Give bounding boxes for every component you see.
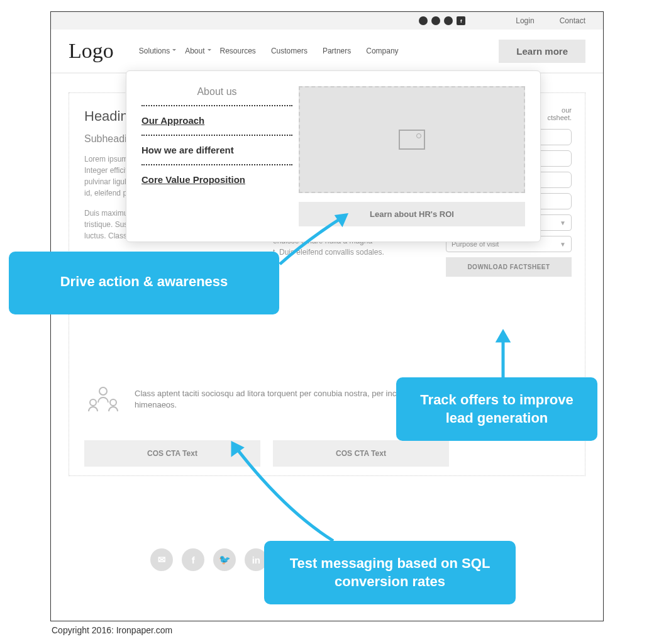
image-icon [399,130,425,150]
svg-marker-4 [498,332,508,341]
megamenu-link-different[interactable]: How we are different [141,135,292,164]
social-icon[interactable] [431,16,440,25]
callout-test-messaging: Test messaging based on SQL conversion r… [264,541,516,604]
chevron-down-icon: ▼ [560,241,566,248]
svg-marker-3 [337,215,346,224]
email-icon[interactable]: ✉ [150,548,173,571]
login-link[interactable]: Login [516,16,534,25]
twitter-icon[interactable]: 🐦 [213,548,236,571]
top-utility-bar: f Login Contact [51,12,603,30]
arrow-icon [277,208,358,273]
megamenu-link-value[interactable]: Core Value Proposition [141,164,292,194]
callout-drive-action: Drive action & awareness [9,252,279,314]
main-nav: Solutions About Resources Customers Part… [139,47,499,55]
nav-solutions[interactable]: Solutions [139,47,170,55]
megamenu-link-approach[interactable]: Our Approach [141,105,292,135]
people-icon [84,384,122,415]
main-header: Logo Solutions About Resources Customers… [51,30,603,74]
benefit-row: Class aptent taciti sociosqu ad litora t… [84,384,424,415]
facebook-icon[interactable]: f [182,548,204,571]
megamenu-image-placeholder [299,86,525,193]
social-icon[interactable]: f [457,16,465,25]
learn-more-button[interactable]: Learn more [499,40,585,63]
nav-resources[interactable]: Resources [220,47,256,55]
megamenu-title: About us [141,86,292,105]
nav-about[interactable]: About [185,47,204,55]
contact-link[interactable]: Contact [560,16,585,25]
svg-point-2 [110,399,116,406]
social-icon[interactable] [444,16,453,25]
nav-company[interactable]: Company [366,47,398,55]
logo[interactable]: Logo [69,39,114,63]
svg-point-0 [99,387,107,395]
nav-customers[interactable]: Customers [271,47,308,55]
page-copyright: Copyright 2016: Ironpaper.com [52,625,172,635]
chevron-down-icon: ▼ [560,219,566,226]
svg-point-1 [90,399,96,406]
social-icon[interactable] [419,16,428,25]
callout-track-offers: Track offers to improve lead generation [396,377,597,441]
nav-partners[interactable]: Partners [323,47,351,55]
arrow-icon [220,434,346,550]
download-factsheet-button[interactable]: DOWNLOAD FACTSHEET [446,257,572,277]
social-icons-small: f [419,16,465,25]
benefit-text: Class aptent taciti sociosqu ad litora t… [135,388,424,411]
